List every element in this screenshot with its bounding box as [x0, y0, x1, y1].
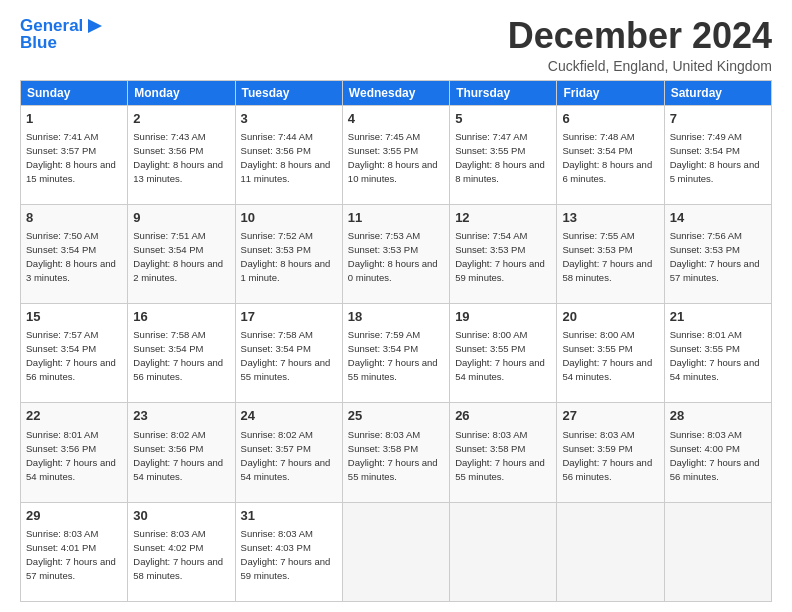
day-info: Sunrise: 7:53 AMSunset: 3:53 PMDaylight:… [348, 230, 438, 283]
day-number: 5 [455, 110, 551, 128]
table-row: 28Sunrise: 8:03 AMSunset: 4:00 PMDayligh… [664, 403, 771, 502]
day-number: 2 [133, 110, 229, 128]
location: Cuckfield, England, United Kingdom [508, 58, 772, 74]
day-number: 13 [562, 209, 658, 227]
calendar: Sunday Monday Tuesday Wednesday Thursday… [20, 80, 772, 602]
table-row: 19Sunrise: 8:00 AMSunset: 3:55 PMDayligh… [450, 304, 557, 403]
day-info: Sunrise: 8:03 AMSunset: 4:02 PMDaylight:… [133, 528, 223, 581]
table-row [664, 502, 771, 601]
day-info: Sunrise: 7:48 AMSunset: 3:54 PMDaylight:… [562, 131, 652, 184]
day-info: Sunrise: 7:47 AMSunset: 3:55 PMDaylight:… [455, 131, 545, 184]
day-info: Sunrise: 7:55 AMSunset: 3:53 PMDaylight:… [562, 230, 652, 283]
title-block: December 2024 Cuckfield, England, United… [508, 16, 772, 74]
day-info: Sunrise: 7:58 AMSunset: 3:54 PMDaylight:… [241, 329, 331, 382]
day-info: Sunrise: 8:00 AMSunset: 3:55 PMDaylight:… [562, 329, 652, 382]
day-info: Sunrise: 8:03 AMSunset: 3:58 PMDaylight:… [348, 429, 438, 482]
table-row: 23Sunrise: 8:02 AMSunset: 3:56 PMDayligh… [128, 403, 235, 502]
table-row: 13Sunrise: 7:55 AMSunset: 3:53 PMDayligh… [557, 204, 664, 303]
day-info: Sunrise: 7:45 AMSunset: 3:55 PMDaylight:… [348, 131, 438, 184]
table-row: 1Sunrise: 7:41 AMSunset: 3:57 PMDaylight… [21, 105, 128, 204]
table-row: 14Sunrise: 7:56 AMSunset: 3:53 PMDayligh… [664, 204, 771, 303]
day-info: Sunrise: 8:00 AMSunset: 3:55 PMDaylight:… [455, 329, 545, 382]
month-title: December 2024 [508, 16, 772, 56]
day-info: Sunrise: 7:51 AMSunset: 3:54 PMDaylight:… [133, 230, 223, 283]
day-number: 12 [455, 209, 551, 227]
day-number: 14 [670, 209, 766, 227]
day-info: Sunrise: 8:02 AMSunset: 3:56 PMDaylight:… [133, 429, 223, 482]
logo-arrow-icon [86, 17, 104, 35]
day-number: 16 [133, 308, 229, 326]
day-info: Sunrise: 8:03 AMSunset: 4:03 PMDaylight:… [241, 528, 331, 581]
table-row: 2Sunrise: 7:43 AMSunset: 3:56 PMDaylight… [128, 105, 235, 204]
col-saturday: Saturday [664, 80, 771, 105]
table-row: 9Sunrise: 7:51 AMSunset: 3:54 PMDaylight… [128, 204, 235, 303]
table-row: 17Sunrise: 7:58 AMSunset: 3:54 PMDayligh… [235, 304, 342, 403]
day-info: Sunrise: 7:41 AMSunset: 3:57 PMDaylight:… [26, 131, 116, 184]
table-row: 7Sunrise: 7:49 AMSunset: 3:54 PMDaylight… [664, 105, 771, 204]
table-row: 25Sunrise: 8:03 AMSunset: 3:58 PMDayligh… [342, 403, 449, 502]
day-number: 29 [26, 507, 122, 525]
table-row: 10Sunrise: 7:52 AMSunset: 3:53 PMDayligh… [235, 204, 342, 303]
day-number: 3 [241, 110, 337, 128]
day-number: 17 [241, 308, 337, 326]
col-monday: Monday [128, 80, 235, 105]
table-row: 22Sunrise: 8:01 AMSunset: 3:56 PMDayligh… [21, 403, 128, 502]
calendar-week-row: 22Sunrise: 8:01 AMSunset: 3:56 PMDayligh… [21, 403, 772, 502]
col-thursday: Thursday [450, 80, 557, 105]
table-row: 4Sunrise: 7:45 AMSunset: 3:55 PMDaylight… [342, 105, 449, 204]
day-number: 8 [26, 209, 122, 227]
day-number: 21 [670, 308, 766, 326]
day-info: Sunrise: 7:56 AMSunset: 3:53 PMDaylight:… [670, 230, 760, 283]
page: General Blue December 2024 Cuckfield, En… [0, 0, 792, 612]
day-number: 23 [133, 407, 229, 425]
col-tuesday: Tuesday [235, 80, 342, 105]
day-info: Sunrise: 7:59 AMSunset: 3:54 PMDaylight:… [348, 329, 438, 382]
calendar-week-row: 8Sunrise: 7:50 AMSunset: 3:54 PMDaylight… [21, 204, 772, 303]
day-info: Sunrise: 8:02 AMSunset: 3:57 PMDaylight:… [241, 429, 331, 482]
day-number: 28 [670, 407, 766, 425]
table-row: 6Sunrise: 7:48 AMSunset: 3:54 PMDaylight… [557, 105, 664, 204]
day-number: 31 [241, 507, 337, 525]
day-number: 9 [133, 209, 229, 227]
table-row [450, 502, 557, 601]
day-info: Sunrise: 7:44 AMSunset: 3:56 PMDaylight:… [241, 131, 331, 184]
day-info: Sunrise: 7:49 AMSunset: 3:54 PMDaylight:… [670, 131, 760, 184]
table-row: 27Sunrise: 8:03 AMSunset: 3:59 PMDayligh… [557, 403, 664, 502]
day-number: 26 [455, 407, 551, 425]
table-row: 30Sunrise: 8:03 AMSunset: 4:02 PMDayligh… [128, 502, 235, 601]
day-info: Sunrise: 8:03 AMSunset: 3:59 PMDaylight:… [562, 429, 652, 482]
table-row: 11Sunrise: 7:53 AMSunset: 3:53 PMDayligh… [342, 204, 449, 303]
table-row: 21Sunrise: 8:01 AMSunset: 3:55 PMDayligh… [664, 304, 771, 403]
day-info: Sunrise: 8:03 AMSunset: 4:00 PMDaylight:… [670, 429, 760, 482]
day-info: Sunrise: 7:58 AMSunset: 3:54 PMDaylight:… [133, 329, 223, 382]
day-number: 20 [562, 308, 658, 326]
calendar-week-row: 29Sunrise: 8:03 AMSunset: 4:01 PMDayligh… [21, 502, 772, 601]
svg-marker-0 [88, 19, 102, 33]
table-row: 8Sunrise: 7:50 AMSunset: 3:54 PMDaylight… [21, 204, 128, 303]
day-info: Sunrise: 8:01 AMSunset: 3:56 PMDaylight:… [26, 429, 116, 482]
table-row: 20Sunrise: 8:00 AMSunset: 3:55 PMDayligh… [557, 304, 664, 403]
table-row: 3Sunrise: 7:44 AMSunset: 3:56 PMDaylight… [235, 105, 342, 204]
day-info: Sunrise: 8:03 AMSunset: 3:58 PMDaylight:… [455, 429, 545, 482]
day-info: Sunrise: 7:50 AMSunset: 3:54 PMDaylight:… [26, 230, 116, 283]
calendar-header-row: Sunday Monday Tuesday Wednesday Thursday… [21, 80, 772, 105]
calendar-week-row: 15Sunrise: 7:57 AMSunset: 3:54 PMDayligh… [21, 304, 772, 403]
table-row: 31Sunrise: 8:03 AMSunset: 4:03 PMDayligh… [235, 502, 342, 601]
logo: General Blue [20, 16, 104, 53]
header: General Blue December 2024 Cuckfield, En… [20, 16, 772, 74]
day-number: 11 [348, 209, 444, 227]
table-row: 12Sunrise: 7:54 AMSunset: 3:53 PMDayligh… [450, 204, 557, 303]
day-number: 6 [562, 110, 658, 128]
day-number: 18 [348, 308, 444, 326]
table-row: 5Sunrise: 7:47 AMSunset: 3:55 PMDaylight… [450, 105, 557, 204]
col-sunday: Sunday [21, 80, 128, 105]
col-wednesday: Wednesday [342, 80, 449, 105]
day-number: 25 [348, 407, 444, 425]
day-info: Sunrise: 8:01 AMSunset: 3:55 PMDaylight:… [670, 329, 760, 382]
day-number: 30 [133, 507, 229, 525]
day-info: Sunrise: 8:03 AMSunset: 4:01 PMDaylight:… [26, 528, 116, 581]
table-row: 15Sunrise: 7:57 AMSunset: 3:54 PMDayligh… [21, 304, 128, 403]
day-info: Sunrise: 7:43 AMSunset: 3:56 PMDaylight:… [133, 131, 223, 184]
day-number: 15 [26, 308, 122, 326]
day-number: 10 [241, 209, 337, 227]
